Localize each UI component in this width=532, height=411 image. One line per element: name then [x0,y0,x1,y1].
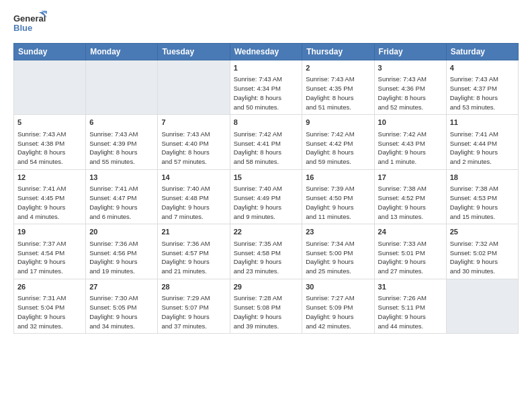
day-number: 24 [378,227,443,237]
calendar-cell: 28Sunrise: 7:29 AM Sunset: 5:07 PM Dayli… [158,279,230,333]
day-number: 2 [306,63,370,73]
calendar-cell: 24Sunrise: 7:33 AM Sunset: 5:01 PM Dayli… [374,224,446,279]
day-info: Sunrise: 7:40 AM Sunset: 4:48 PM Dayligh… [161,184,226,221]
day-info: Sunrise: 7:42 AM Sunset: 4:43 PM Dayligh… [378,130,443,167]
day-number: 13 [89,173,154,183]
day-info: Sunrise: 7:27 AM Sunset: 5:09 PM Dayligh… [306,293,370,330]
calendar-week-row: 26Sunrise: 7:31 AM Sunset: 5:04 PM Dayli… [14,279,519,333]
day-info: Sunrise: 7:38 AM Sunset: 4:53 PM Dayligh… [450,184,515,221]
calendar-cell: 5Sunrise: 7:43 AM Sunset: 4:38 PM Daylig… [14,115,86,169]
day-info: Sunrise: 7:36 AM Sunset: 4:56 PM Dayligh… [89,239,154,276]
day-number: 19 [17,227,82,237]
calendar-cell: 20Sunrise: 7:36 AM Sunset: 4:56 PM Dayli… [86,224,158,279]
calendar-cell [14,60,86,115]
day-info: Sunrise: 7:41 AM Sunset: 4:45 PM Dayligh… [17,184,82,221]
calendar-week-row: 1Sunrise: 7:43 AM Sunset: 4:34 PM Daylig… [14,60,519,115]
day-number: 25 [450,227,515,237]
day-number: 26 [17,282,82,292]
day-info: Sunrise: 7:36 AM Sunset: 4:57 PM Dayligh… [161,239,226,276]
calendar-week-row: 19Sunrise: 7:37 AM Sunset: 4:54 PM Dayli… [14,224,519,279]
calendar-cell: 7Sunrise: 7:43 AM Sunset: 4:40 PM Daylig… [158,115,230,169]
day-number: 23 [306,227,370,237]
calendar-cell: 22Sunrise: 7:35 AM Sunset: 4:58 PM Dayli… [230,224,302,279]
day-number: 5 [17,118,82,128]
day-info: Sunrise: 7:29 AM Sunset: 5:07 PM Dayligh… [161,293,226,330]
day-info: Sunrise: 7:41 AM Sunset: 4:44 PM Dayligh… [450,130,515,167]
day-number: 17 [378,173,443,183]
day-number: 15 [234,173,299,183]
day-info: Sunrise: 7:35 AM Sunset: 4:58 PM Dayligh… [234,239,299,276]
day-number: 7 [161,118,226,128]
day-info: Sunrise: 7:37 AM Sunset: 4:54 PM Dayligh… [17,239,82,276]
calendar-cell: 9Sunrise: 7:42 AM Sunset: 4:42 PM Daylig… [302,115,374,169]
calendar-cell [158,60,230,115]
calendar-header-row: SundayMondayTuesdayWednesdayThursdayFrid… [14,44,519,60]
day-number: 10 [378,118,443,128]
weekday-header-saturday: Saturday [446,44,518,60]
day-info: Sunrise: 7:39 AM Sunset: 4:50 PM Dayligh… [306,184,370,221]
weekday-header-monday: Monday [86,44,158,60]
calendar-cell: 25Sunrise: 7:32 AM Sunset: 5:02 PM Dayli… [446,224,518,279]
calendar-cell: 18Sunrise: 7:38 AM Sunset: 4:53 PM Dayli… [446,169,518,224]
day-number: 18 [450,173,515,183]
svg-text:Blue: Blue [13,23,32,33]
day-number: 14 [161,173,226,183]
day-number: 12 [17,173,82,183]
weekday-header-thursday: Thursday [302,44,374,60]
calendar-cell: 16Sunrise: 7:39 AM Sunset: 4:50 PM Dayli… [302,169,374,224]
day-info: Sunrise: 7:34 AM Sunset: 5:00 PM Dayligh… [306,239,370,276]
day-info: Sunrise: 7:33 AM Sunset: 5:01 PM Dayligh… [378,239,443,276]
day-info: Sunrise: 7:42 AM Sunset: 4:42 PM Dayligh… [306,130,370,167]
calendar-cell: 30Sunrise: 7:27 AM Sunset: 5:09 PM Dayli… [302,279,374,333]
day-number: 22 [234,227,299,237]
day-info: Sunrise: 7:43 AM Sunset: 4:35 PM Dayligh… [306,75,370,111]
calendar-cell: 13Sunrise: 7:41 AM Sunset: 4:47 PM Dayli… [86,169,158,224]
calendar-cell: 6Sunrise: 7:43 AM Sunset: 4:39 PM Daylig… [86,115,158,169]
calendar-cell: 11Sunrise: 7:41 AM Sunset: 4:44 PM Dayli… [446,115,518,169]
calendar-cell: 15Sunrise: 7:40 AM Sunset: 4:49 PM Dayli… [230,169,302,224]
day-info: Sunrise: 7:43 AM Sunset: 4:38 PM Dayligh… [17,130,82,167]
calendar-cell: 29Sunrise: 7:28 AM Sunset: 5:08 PM Dayli… [230,279,302,333]
logo: GeneralBlue [13,11,47,38]
day-info: Sunrise: 7:43 AM Sunset: 4:34 PM Dayligh… [234,75,299,111]
day-number: 31 [378,282,443,292]
calendar-cell: 21Sunrise: 7:36 AM Sunset: 4:57 PM Dayli… [158,224,230,279]
day-info: Sunrise: 7:43 AM Sunset: 4:39 PM Dayligh… [89,130,154,167]
calendar-cell: 3Sunrise: 7:43 AM Sunset: 4:36 PM Daylig… [374,60,446,115]
calendar-cell: 1Sunrise: 7:43 AM Sunset: 4:34 PM Daylig… [230,60,302,115]
day-number: 30 [306,282,370,292]
svg-text:General: General [13,13,46,24]
day-number: 16 [306,173,370,183]
day-info: Sunrise: 7:38 AM Sunset: 4:52 PM Dayligh… [378,184,443,221]
day-info: Sunrise: 7:40 AM Sunset: 4:49 PM Dayligh… [234,184,299,221]
day-info: Sunrise: 7:31 AM Sunset: 5:04 PM Dayligh… [17,293,82,330]
calendar-cell [86,60,158,115]
day-info: Sunrise: 7:43 AM Sunset: 4:40 PM Dayligh… [161,130,226,167]
day-number: 1 [234,63,299,73]
calendar-cell: 4Sunrise: 7:43 AM Sunset: 4:37 PM Daylig… [446,60,518,115]
calendar-cell: 10Sunrise: 7:42 AM Sunset: 4:43 PM Dayli… [374,115,446,169]
calendar-cell: 17Sunrise: 7:38 AM Sunset: 4:52 PM Dayli… [374,169,446,224]
calendar-cell: 14Sunrise: 7:40 AM Sunset: 4:48 PM Dayli… [158,169,230,224]
day-number: 3 [378,63,443,73]
calendar-cell: 31Sunrise: 7:26 AM Sunset: 5:11 PM Dayli… [374,279,446,333]
day-info: Sunrise: 7:41 AM Sunset: 4:47 PM Dayligh… [89,184,154,221]
day-number: 8 [234,118,299,128]
day-number: 9 [306,118,370,128]
calendar-cell: 27Sunrise: 7:30 AM Sunset: 5:05 PM Dayli… [86,279,158,333]
calendar-cell: 19Sunrise: 7:37 AM Sunset: 4:54 PM Dayli… [14,224,86,279]
calendar-cell: 8Sunrise: 7:42 AM Sunset: 4:41 PM Daylig… [230,115,302,169]
calendar-cell: 23Sunrise: 7:34 AM Sunset: 5:00 PM Dayli… [302,224,374,279]
day-info: Sunrise: 7:32 AM Sunset: 5:02 PM Dayligh… [450,239,515,276]
day-info: Sunrise: 7:42 AM Sunset: 4:41 PM Dayligh… [234,130,299,167]
day-info: Sunrise: 7:28 AM Sunset: 5:08 PM Dayligh… [234,293,299,330]
calendar-cell [446,279,518,333]
calendar-week-row: 12Sunrise: 7:41 AM Sunset: 4:45 PM Dayli… [14,169,519,224]
calendar-table: SundayMondayTuesdayWednesdayThursdayFrid… [13,43,519,334]
calendar-cell: 26Sunrise: 7:31 AM Sunset: 5:04 PM Dayli… [14,279,86,333]
day-info: Sunrise: 7:43 AM Sunset: 4:36 PM Dayligh… [378,75,443,111]
day-number: 27 [89,282,154,292]
page-header: GeneralBlue [13,11,519,38]
weekday-header-wednesday: Wednesday [230,44,302,60]
day-number: 28 [161,282,226,292]
